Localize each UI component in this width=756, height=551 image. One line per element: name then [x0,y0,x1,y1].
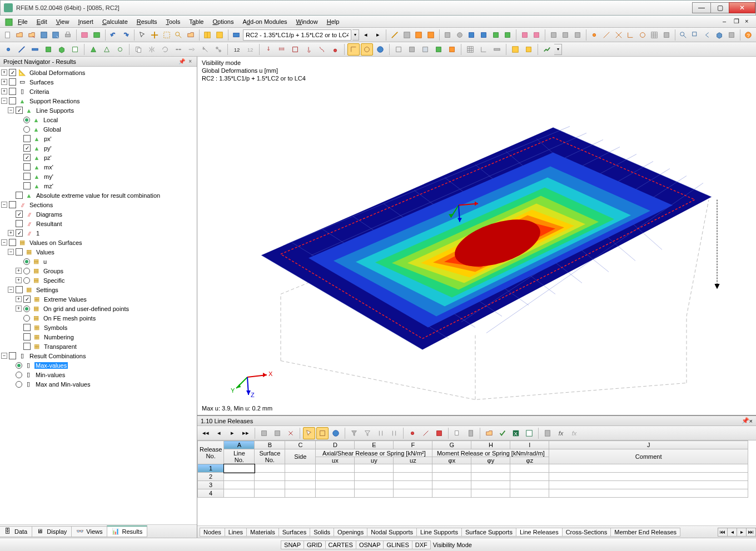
tab-materials[interactable]: Materials [246,528,279,537]
bp-select2-button[interactable] [316,427,329,439]
app-menu-icon[interactable] [4,18,13,26]
checkbox[interactable] [23,182,31,189]
collapse-icon[interactable]: − [1,239,7,246]
bp-paste-button[interactable] [465,427,477,439]
project-button[interactable] [79,29,90,41]
bp-node-icon[interactable] [406,427,419,439]
tree-rc[interactable]: Result Combinations [28,353,87,359]
results-toggle-button[interactable] [413,29,424,41]
load-imp-icon[interactable] [316,43,328,56]
bp-next-table-button[interactable]: ▸▸ [240,427,252,439]
radio[interactable] [23,268,30,274]
node-icon[interactable] [2,43,14,56]
tree-diagrams[interactable]: Diagrams [35,211,63,218]
checkbox[interactable] [9,352,16,359]
tree-resultant[interactable]: Resultant [35,221,63,227]
tool-c-button[interactable] [466,29,478,41]
collapse-icon[interactable]: − [8,287,14,293]
status-dxf[interactable]: DXF [412,540,431,549]
bp-filter2-button[interactable] [361,427,374,439]
snap-node-button[interactable] [589,29,600,41]
collapse-icon[interactable]: − [8,107,14,113]
surface-icon[interactable] [42,43,54,56]
snap-perp-button[interactable] [625,29,636,41]
mdi-restore-icon[interactable]: ❐ [734,18,743,26]
number-off-button[interactable]: 12 [244,43,256,56]
table-grid[interactable]: ReleaseNo. A B C D E F G H I J LineNo. S… [197,440,756,525]
next-lc-button[interactable]: ▸ [372,29,384,41]
expand-icon[interactable]: + [16,277,22,283]
collapse-icon[interactable]: − [1,98,7,104]
selectbox-button[interactable] [161,29,172,41]
calc-button[interactable] [389,29,400,41]
tab-lines[interactable]: Lines [225,528,247,537]
tool-f-button[interactable] [502,29,513,41]
zoom-window-button[interactable] [690,29,701,41]
checkbox[interactable]: ✓ [9,69,16,76]
tab-member-end-releases[interactable]: Member End Releases [610,528,680,537]
expand-icon[interactable]: + [8,230,14,236]
radio[interactable] [23,126,30,133]
bp-fx-button[interactable]: fx [555,427,567,439]
grid-button[interactable] [464,43,476,56]
tab-cross-sections[interactable]: Cross-Sections [562,528,611,537]
expand-icon[interactable]: + [1,79,7,85]
bottom-panel-close-icon[interactable]: × [749,418,753,424]
col-E[interactable]: E [355,441,394,449]
prev-lc-button[interactable]: ◂ [360,29,371,41]
loadcase-combo[interactable] [243,29,351,41]
solid-icon[interactable] [56,43,68,56]
tree-values[interactable]: Values [35,249,56,256]
tree-extremevalues[interactable]: Extreme Values [43,296,88,303]
redo-button[interactable] [120,29,131,41]
units-button[interactable] [491,43,503,56]
radio[interactable] [23,258,30,265]
bp-fx-cancel-button[interactable]: fx [568,427,580,439]
expand-icon[interactable]: + [16,296,22,302]
support2-icon[interactable] [101,43,113,56]
checkbox[interactable] [16,192,23,199]
menu-results[interactable]: Results [132,17,162,26]
tab-nav-last[interactable]: ⏭ [746,528,756,537]
checkbox[interactable] [16,220,23,227]
table-row[interactable]: 1 [198,464,748,473]
menu-options[interactable]: Options [208,17,238,26]
collapse-icon[interactable]: − [1,202,7,208]
snap-guide-button[interactable] [661,29,672,41]
tree-section-1[interactable]: 1 [35,230,41,237]
tree-settings[interactable]: Settings [35,287,59,293]
table-row[interactable]: 3 [198,481,748,489]
load-node-icon[interactable] [262,43,275,56]
tab-surface-supports[interactable]: Surface Supports [461,528,516,537]
radio[interactable] [16,381,22,388]
bp-sort2-button[interactable] [388,427,400,439]
tree-surfaces[interactable]: Surfaces [28,79,54,86]
load-surf-icon[interactable] [289,43,301,56]
snap-line-button[interactable] [601,29,612,41]
close-button[interactable]: ✕ [729,2,755,13]
bottom-panel-pin-icon[interactable]: 📌 [742,417,749,424]
col-J[interactable]: J [549,441,748,449]
opening-icon[interactable] [69,43,81,56]
folder-icon[interactable] [185,29,196,41]
saveas-button[interactable] [50,29,61,41]
tab-nodes[interactable]: Nodes [200,528,225,537]
nav-data-icon[interactable] [523,43,535,56]
checkbox[interactable] [23,333,31,340]
checkbox[interactable] [16,286,23,293]
tree-maxvalues[interactable]: Max-values [34,362,68,369]
undo-button[interactable] [108,29,120,41]
checkbox[interactable]: ✓ [16,211,23,218]
checkbox[interactable] [16,248,23,256]
load-mass-icon[interactable] [329,43,341,56]
open-button[interactable] [14,29,26,41]
save-button[interactable] [38,29,49,41]
bp-excel-button[interactable]: X [510,427,522,439]
checkbox[interactable] [9,97,16,104]
move-button[interactable] [149,29,160,41]
bp-surf-icon[interactable] [433,427,445,439]
bp-calc-button[interactable] [541,427,554,439]
render-wire-button[interactable] [392,43,405,56]
tab-line-releases[interactable]: Line Releases [516,528,563,537]
polar-button[interactable] [361,43,373,56]
